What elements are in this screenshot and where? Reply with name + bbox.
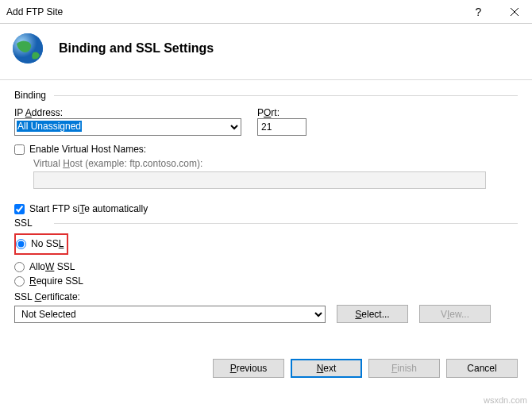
titlebar: Add FTP Site ?: [0, 0, 532, 24]
vhost-input: [33, 171, 486, 189]
wizard-header: Binding and SSL Settings: [0, 24, 532, 80]
close-icon: [511, 8, 519, 16]
ip-address-label: IP Address:: [14, 107, 241, 118]
require-ssl-label: Require SSL: [29, 275, 83, 287]
cancel-button[interactable]: Cancel: [446, 359, 518, 378]
enable-vhost-label: Enable Virtual Host Names:: [29, 144, 146, 155]
select-cert-button[interactable]: Select...: [337, 305, 408, 323]
close-button[interactable]: [496, 0, 532, 24]
ssl-group-label: SSL: [14, 217, 518, 229]
allow-ssl-radio[interactable]: [14, 262, 25, 272]
auto-start-label: Start FTP siTe automatically: [29, 203, 148, 214]
page-title: Binding and SSL Settings: [59, 41, 214, 56]
port-label: POrt:: [257, 107, 306, 118]
next-button[interactable]: Next: [291, 359, 362, 378]
previous-button[interactable]: Previous: [213, 359, 284, 378]
port-input[interactable]: [257, 118, 306, 136]
ip-address-select[interactable]: [14, 118, 241, 136]
enable-vhost-checkbox[interactable]: [14, 144, 25, 155]
finish-button: Finish: [368, 359, 440, 378]
vhost-label: Virtual Host (example: ftp.contoso.com):: [33, 158, 518, 169]
view-cert-button: VIew...: [419, 305, 491, 323]
ssl-cert-label: SSL Certificate:: [14, 291, 518, 302]
no-ssl-label: No SSL: [31, 238, 64, 249]
no-ssl-radio[interactable]: [16, 239, 26, 249]
ssl-cert-select[interactable]: Not Selected: [14, 306, 326, 323]
binding-group-label: Binding: [14, 90, 518, 101]
wizard-footer: Previous Next Finish Cancel: [213, 359, 518, 378]
allow-ssl-label: AlloW SSL: [29, 261, 75, 272]
require-ssl-radio[interactable]: [14, 276, 25, 287]
watermark: wsxdn.com: [484, 395, 527, 405]
auto-start-checkbox[interactable]: [14, 204, 25, 214]
help-button[interactable]: ?: [461, 0, 496, 24]
globe-icon: [11, 32, 44, 65]
window-title: Add FTP Site: [6, 6, 461, 17]
